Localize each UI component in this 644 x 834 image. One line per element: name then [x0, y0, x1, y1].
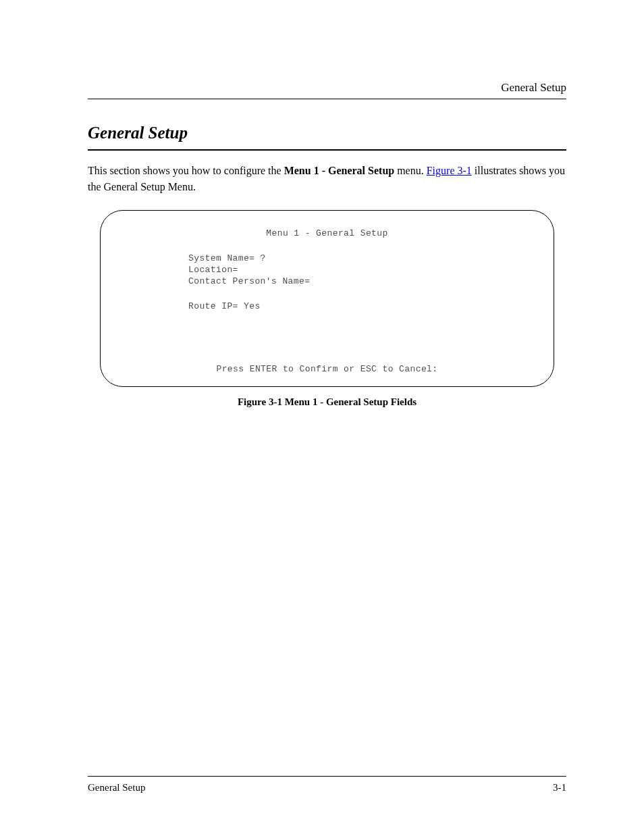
intro-strong: Menu 1 - General Setup — [284, 165, 395, 176]
title-rule — [88, 149, 566, 151]
field-system-name-label: System Name= — [188, 253, 254, 263]
field-system-name: System Name= ? — [188, 253, 527, 265]
footer-right: 3-1 — [553, 782, 566, 793]
field-system-name-value: ? — [254, 253, 265, 263]
field-route-ip: Route IP= Yes — [188, 301, 527, 313]
intro-text-prefix: This section shows you how to configure … — [88, 165, 284, 176]
page-header-right: General Setup — [88, 81, 566, 99]
page-spacer — [88, 408, 566, 762]
field-route-ip-label: Route IP= — [188, 301, 238, 311]
terminal-footer: Press ENTER to Confirm or ESC to Cancel: — [101, 364, 554, 375]
field-route-ip-value: Yes — [238, 301, 261, 311]
terminal-gap — [188, 288, 527, 301]
document-page: General Setup General Setup This section… — [0, 0, 644, 834]
figure-wrap: Menu 1 - General Setup System Name= ? Lo… — [100, 210, 554, 408]
field-contact-label: Contact Person's Name= — [188, 276, 310, 286]
terminal-fields: System Name= ? Location= Contact Person'… — [188, 253, 527, 313]
field-location: Location= — [188, 265, 527, 276]
figure-caption: Figure 3-1 Menu 1 - General Setup Fields — [100, 396, 554, 408]
page-footer: General Setup 3-1 — [88, 776, 566, 793]
terminal-screen: Menu 1 - General Setup System Name= ? Lo… — [100, 210, 554, 387]
field-contact: Contact Person's Name= — [188, 276, 527, 288]
header-rule — [88, 99, 566, 99]
terminal-title: Menu 1 - General Setup — [128, 228, 527, 240]
footer-left: General Setup — [88, 782, 145, 793]
section-intro: This section shows you how to configure … — [88, 163, 566, 195]
footer-row: General Setup 3-1 — [88, 777, 566, 793]
field-location-label: Location= — [188, 265, 238, 275]
intro-text-mid: menu. — [394, 165, 427, 176]
section-title: General Setup — [88, 124, 566, 142]
figure-link[interactable]: Figure 3-1 — [427, 165, 472, 176]
